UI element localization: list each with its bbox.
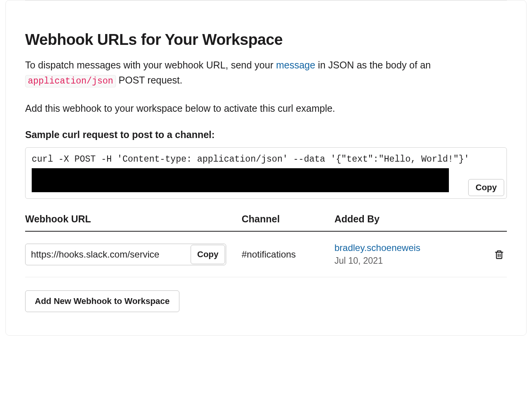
desc-text-3: POST request. [116,75,182,85]
curl-code-text: curl -X POST -H 'Content-type: applicati… [32,153,500,166]
copy-curl-button[interactable]: Copy [468,179,504,196]
cell-webhook-url: Copy [25,244,242,265]
sample-curl-label: Sample curl request to post to a channel… [25,129,507,140]
trash-icon [494,249,505,260]
cell-channel: #notifications [242,249,334,260]
added-by-user-link[interactable]: bradley.schoeneweis [334,242,488,253]
cell-actions [488,247,507,262]
table-row: Copy #notifications bradley.schoeneweis … [25,232,507,277]
desc-text-2: in JSON as the body of an [315,60,431,70]
section-description: To dispatch messages with your webhook U… [25,58,507,88]
add-new-webhook-button[interactable]: Add New Webhook to Workspace [25,290,179,312]
copy-url-button[interactable]: Copy [191,245,225,264]
desc-text-1: To dispatch messages with your webhook U… [25,60,276,70]
webhook-urls-card: Webhook URLs for Your Workspace To dispa… [5,0,527,336]
cell-added-by: bradley.schoeneweis Jul 10, 2021 [334,242,488,266]
header-added-by: Added By [334,213,488,225]
redacted-url-bar [32,168,449,192]
message-link[interactable]: message [276,60,315,70]
header-channel: Channel [242,213,334,225]
content-type-code: application/json [25,75,116,87]
webhook-table-header: Webhook URL Channel Added By [25,213,507,232]
webhook-url-field-wrap: Copy [25,244,226,265]
added-by-date: Jul 10, 2021 [334,256,488,266]
section-title: Webhook URLs for Your Workspace [25,31,507,48]
curl-code-block: curl -X POST -H 'Content-type: applicati… [25,147,507,199]
activate-description: Add this webhook to your workspace below… [25,101,507,116]
delete-webhook-button[interactable] [491,247,507,262]
header-webhook-url: Webhook URL [25,213,242,225]
